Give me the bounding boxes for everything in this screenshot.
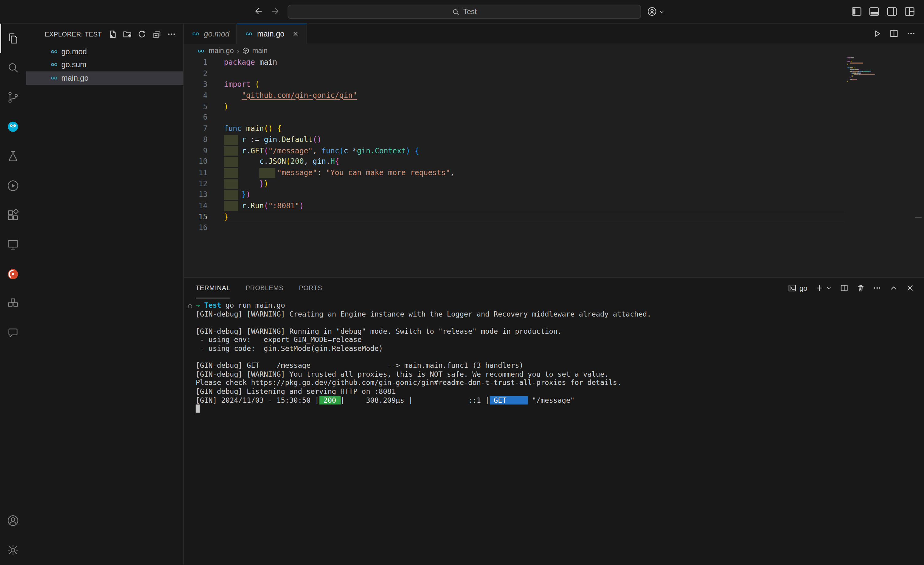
collapse-folders-icon[interactable]	[152, 29, 162, 39]
account-icon	[6, 514, 20, 527]
editor-tab[interactable]: GOgo.mod	[184, 24, 237, 44]
text-segment: }	[260, 179, 264, 188]
testing-activity-item[interactable]	[0, 141, 26, 171]
editor-more-icon[interactable]	[906, 29, 916, 38]
back-icon[interactable]	[254, 6, 264, 17]
terminal-output[interactable]: → Test go run main.go[GIN-debug] [WARNIN…	[184, 299, 916, 565]
close-panel-icon[interactable]	[906, 284, 915, 293]
new-folder-icon[interactable]	[123, 29, 132, 39]
minimap-segment	[863, 71, 869, 72]
minimap-segment	[874, 74, 875, 75]
split-editor-icon[interactable]	[890, 29, 899, 38]
text-segment	[224, 190, 242, 199]
text-segment: GET	[250, 146, 264, 155]
kill-terminal-icon[interactable]	[856, 284, 865, 293]
code-line	[224, 112, 844, 123]
code-line: c.JSON(200, gin.H{	[224, 156, 844, 167]
text-segment: | 308.209µs | ::1 |	[340, 396, 489, 404]
run-debug-icon	[6, 179, 20, 192]
minimap-segment	[853, 72, 855, 74]
text-segment	[410, 146, 414, 155]
terminal-line: Please check https://pkg.go.dev/github.c…	[196, 379, 916, 388]
customize-layout-icon[interactable]	[904, 7, 915, 16]
text-segment: "/message"	[268, 146, 313, 155]
line-number: 3	[184, 79, 207, 90]
chat-activity-item[interactable]	[0, 319, 26, 348]
minimap-segment	[848, 57, 851, 58]
text-segment: Please check https://pkg.go.dev/github.c…	[196, 379, 621, 387]
minimap[interactable]	[848, 57, 883, 84]
text-segment: (	[255, 80, 260, 89]
account-activity-item[interactable]	[0, 506, 26, 535]
text-segment: {	[335, 157, 339, 166]
more-actions-icon[interactable]	[167, 29, 176, 39]
search-activity-item[interactable]	[0, 53, 26, 83]
forward-icon[interactable]	[270, 6, 280, 17]
toggle-secondary-sidebar-icon[interactable]	[887, 7, 897, 16]
toggle-panel-icon[interactable]	[869, 7, 879, 16]
terminal-line: - using code: gin.SetMode(gin.ReleaseMod…	[196, 344, 916, 353]
terminal-profile-chevron-icon[interactable]	[826, 285, 832, 291]
terminal-lines: → Test go run main.go[GIN-debug] [WARNIN…	[196, 301, 916, 413]
file-item[interactable]: GOgo.mod	[26, 45, 183, 58]
text-segment: Run	[250, 201, 264, 210]
breadcrumb-file[interactable]: main.go	[208, 47, 234, 55]
command-decoration-icon[interactable]	[188, 304, 192, 308]
text-segment: [GIN-debug] [WARNING] Running in "debug"…	[196, 327, 562, 335]
editor[interactable]: GO main.go › main 1234567891011121314151…	[184, 44, 924, 277]
tab-close-icon[interactable]	[291, 30, 299, 38]
panel-tab-ports[interactable]: PORTS	[299, 278, 322, 298]
panel-more-icon[interactable]	[873, 284, 882, 293]
blocks-activity-item[interactable]	[0, 289, 26, 319]
text-segment: .	[277, 135, 281, 144]
go-activity-item[interactable]	[0, 112, 26, 141]
file-item[interactable]: GOmain.go	[26, 71, 183, 85]
panel: TERMINALPROBLEMSPORTS go → Test go run	[184, 277, 924, 565]
explorer-activity-item[interactable]	[0, 24, 26, 53]
terminal-line: → Test go run main.go	[196, 301, 916, 310]
text-segment	[224, 135, 242, 144]
code-line: )	[224, 101, 844, 112]
text-segment: )	[264, 179, 268, 188]
new-terminal-icon[interactable]	[815, 284, 824, 293]
terminal-tab-item[interactable]: go	[788, 284, 807, 293]
split-terminal-icon[interactable]	[840, 284, 849, 293]
text-segment: (	[339, 146, 344, 155]
source-control-activity-item[interactable]	[0, 83, 26, 112]
breadcrumb-symbol[interactable]: main	[252, 47, 268, 55]
files-icon	[6, 31, 20, 45]
minimap-segment	[848, 71, 849, 72]
run-debug-activity-item[interactable]	[0, 171, 26, 200]
minimap-line	[848, 74, 883, 75]
terminal-line	[196, 404, 916, 413]
editor-tab[interactable]: GOmain.go	[237, 24, 307, 44]
explorer-title: EXPLORER: TEST	[45, 31, 102, 38]
extensions-activity-item[interactable]	[0, 201, 26, 230]
breadcrumb: GO main.go › main	[184, 44, 924, 57]
orange-logo-activity-item[interactable]	[0, 260, 26, 289]
profile-menu[interactable]	[647, 6, 665, 17]
terminal-line	[196, 353, 916, 362]
new-file-icon[interactable]	[108, 29, 117, 39]
file-item[interactable]: GOgo.sum	[26, 58, 183, 71]
search-box[interactable]: Test	[288, 5, 641, 19]
text-segment: func	[224, 124, 242, 133]
refresh-explorer-icon[interactable]	[137, 29, 147, 39]
text-segment: go run main.go	[221, 301, 285, 310]
minimap-segment	[848, 62, 849, 63]
minimap-segment	[854, 69, 858, 70]
toggle-primary-sidebar-icon[interactable]	[852, 7, 862, 16]
code-line: })	[224, 189, 844, 201]
text-segment: r	[242, 201, 246, 210]
run-file-icon[interactable]	[872, 29, 882, 38]
remote-explorer-activity-item[interactable]	[0, 230, 26, 260]
panel-tab-terminal[interactable]: TERMINAL	[196, 278, 230, 298]
text-segment: (	[286, 157, 290, 166]
maximize-panel-icon[interactable]	[890, 284, 898, 293]
text-segment: Default	[282, 135, 313, 144]
text-segment: gin.Context	[357, 146, 406, 155]
settings-activity-item[interactable]	[0, 535, 26, 565]
text-segment: (	[264, 146, 268, 155]
panel-tab-problems[interactable]: PROBLEMS	[246, 278, 284, 298]
text-segment: ,	[450, 168, 454, 177]
